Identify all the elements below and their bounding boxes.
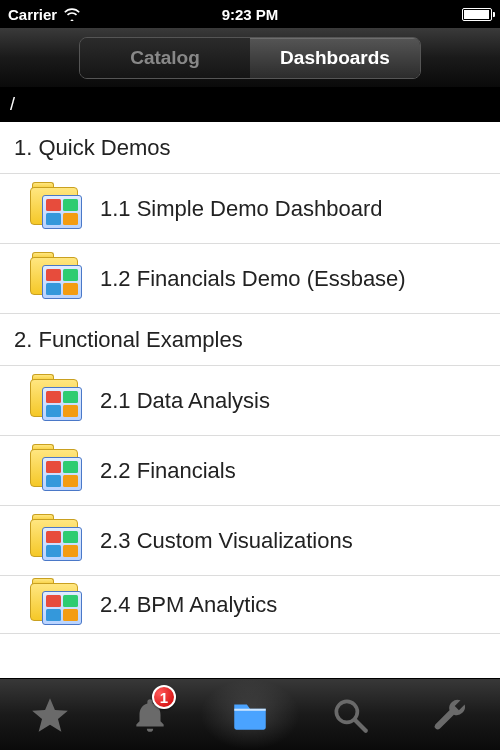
list-item[interactable]: 1.2 Financials Demo (Essbase)	[0, 244, 500, 314]
tab-settings[interactable]	[400, 679, 500, 750]
dashboard-folder-icon	[30, 257, 82, 301]
battery-icon	[462, 8, 492, 21]
item-label: 1.2 Financials Demo (Essbase)	[100, 266, 406, 292]
section-header: 2. Functional Examples	[0, 314, 500, 366]
segment-dashboards[interactable]: Dashboards	[250, 38, 420, 78]
item-label: 2.2 Financials	[100, 458, 236, 484]
dashboard-folder-icon	[30, 519, 82, 563]
status-time: 9:23 PM	[222, 6, 279, 23]
tab-browse[interactable]	[200, 679, 300, 750]
alerts-badge: 1	[152, 685, 176, 709]
segmented-control: Catalog Dashboards	[79, 37, 421, 79]
wifi-icon	[63, 7, 81, 21]
section-header: 1. Quick Demos	[0, 122, 500, 174]
folder-icon	[229, 694, 271, 736]
carrier-label: Carrier	[8, 6, 57, 23]
list-item[interactable]: 2.2 Financials	[0, 436, 500, 506]
breadcrumb: /	[0, 88, 500, 122]
dashboard-folder-icon	[30, 449, 82, 493]
status-left: Carrier	[8, 6, 81, 23]
tab-search[interactable]	[300, 679, 400, 750]
status-right	[462, 8, 492, 21]
item-label: 2.4 BPM Analytics	[100, 592, 277, 618]
dashboard-folder-icon	[30, 379, 82, 423]
dashboard-list[interactable]: 1. Quick Demos 1.1 Simple Demo Dashboard…	[0, 122, 500, 678]
item-label: 2.3 Custom Visualizations	[100, 528, 353, 554]
svg-line-1	[355, 720, 366, 731]
tab-favorites[interactable]	[0, 679, 100, 750]
segment-catalog[interactable]: Catalog	[80, 38, 250, 78]
list-item[interactable]: 2.4 BPM Analytics	[0, 576, 500, 634]
dashboard-folder-icon	[30, 583, 82, 627]
wrench-icon	[429, 694, 471, 736]
list-item[interactable]: 2.1 Data Analysis	[0, 366, 500, 436]
item-label: 1.1 Simple Demo Dashboard	[100, 196, 382, 222]
list-item[interactable]: 1.1 Simple Demo Dashboard	[0, 174, 500, 244]
star-icon	[29, 694, 71, 736]
item-label: 2.1 Data Analysis	[100, 388, 270, 414]
list-item[interactable]: 2.3 Custom Visualizations	[0, 506, 500, 576]
status-bar: Carrier 9:23 PM	[0, 0, 500, 28]
tab-bar: 1	[0, 678, 500, 750]
search-icon	[329, 694, 371, 736]
dashboard-folder-icon	[30, 187, 82, 231]
tab-alerts[interactable]: 1	[100, 679, 200, 750]
nav-bar: Catalog Dashboards	[0, 28, 500, 88]
